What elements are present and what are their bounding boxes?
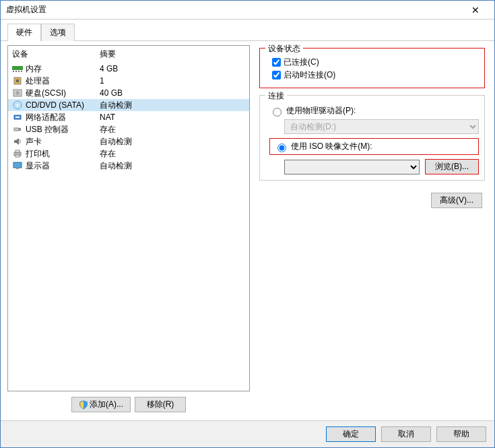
device-summary: 自动检测 xyxy=(100,100,245,111)
printer-icon xyxy=(12,148,23,159)
svg-rect-13 xyxy=(14,128,19,131)
close-icon[interactable]: ✕ xyxy=(462,5,489,15)
usb-icon xyxy=(12,124,23,135)
device-row[interactable]: 硬盘(SCSI)40 GB xyxy=(8,87,249,99)
hardware-right-pane: 设备状态 已连接(C) 启动时连接(O) 连接 使用物理驱动器(P): xyxy=(257,45,488,415)
svg-rect-0 xyxy=(12,66,23,70)
device-row[interactable]: 网络适配器NAT xyxy=(8,111,249,123)
svg-point-8 xyxy=(15,91,20,95)
browse-button[interactable]: 浏览(B)... xyxy=(425,159,479,174)
iso-file-row: 浏览(B)... xyxy=(284,159,479,174)
use-iso-radio[interactable] xyxy=(277,143,286,152)
device-summary: 自动检测 xyxy=(100,160,245,172)
device-name: CD/DVD (SATA) xyxy=(26,100,100,110)
device-name: 网络适配器 xyxy=(26,112,100,123)
svg-rect-4 xyxy=(21,71,22,72)
connected-checkbox-row[interactable]: 已连接(C) xyxy=(272,57,479,68)
advanced-button-label: 高级(V)... xyxy=(440,195,473,205)
header-device: 设备 xyxy=(12,49,100,60)
add-button[interactable]: 添加(A)... xyxy=(71,397,131,412)
device-row[interactable]: USB 控制器存在 xyxy=(8,123,249,135)
left-button-row: 添加(A)... 移除(R) xyxy=(7,391,250,415)
shield-icon xyxy=(79,400,88,410)
connected-checkbox[interactable] xyxy=(272,58,281,67)
cancel-button[interactable]: 取消 xyxy=(381,426,431,442)
tab-options[interactable]: 选项 xyxy=(41,24,75,41)
device-row[interactable]: CD/DVD (SATA)自动检测 xyxy=(8,99,249,111)
connect-on-start-label: 启动时连接(O) xyxy=(284,69,335,81)
memory-icon xyxy=(12,63,23,74)
use-physical-radio-row[interactable]: 使用物理驱动器(P): xyxy=(269,105,479,117)
dialog-button-bar: 确定 取消 帮助 xyxy=(1,420,494,447)
sound-icon xyxy=(12,136,23,147)
cpu-icon xyxy=(12,75,23,86)
device-summary: 自动检测 xyxy=(100,136,245,148)
connect-on-start-checkbox[interactable] xyxy=(272,71,281,79)
browse-button-label: 浏览(B)... xyxy=(435,162,469,171)
use-physical-radio[interactable] xyxy=(273,108,282,117)
ok-button[interactable]: 确定 xyxy=(326,426,376,442)
device-summary: 存在 xyxy=(100,124,245,135)
device-summary: 存在 xyxy=(100,148,245,160)
svg-rect-17 xyxy=(15,150,20,152)
connection-group: 连接 使用物理驱动器(P): 自动检测(D:) 使用 ISO 映像文件(M): xyxy=(259,95,485,181)
svg-rect-1 xyxy=(13,71,14,72)
device-summary: NAT xyxy=(100,113,245,122)
iso-file-combo[interactable] xyxy=(284,160,420,174)
svg-rect-3 xyxy=(18,71,20,72)
device-name: 打印机 xyxy=(26,148,100,160)
add-button-label: 添加(A)... xyxy=(90,399,123,409)
svg-marker-15 xyxy=(14,138,19,145)
connect-on-start-row[interactable]: 启动时连接(O) xyxy=(272,69,479,81)
device-row[interactable]: 处理器1 xyxy=(8,75,249,87)
use-iso-radio-row[interactable]: 使用 ISO 映像文件(M): xyxy=(269,138,479,155)
device-list-header: 设备 摘要 xyxy=(8,46,249,63)
remove-button-label: 移除(R) xyxy=(147,399,174,409)
help-button[interactable]: 帮助 xyxy=(436,426,486,442)
physical-drive-select-wrap: 自动检测(D:) xyxy=(284,119,479,134)
hardware-left-pane: 设备 摘要 内存4 GB处理器1硬盘(SCSI)40 GBCD/DVD (SAT… xyxy=(7,45,250,415)
advanced-button[interactable]: 高级(V)... xyxy=(431,193,482,208)
tab-hardware[interactable]: 硬件 xyxy=(7,24,41,41)
device-summary: 40 GB xyxy=(100,88,245,98)
device-summary: 1 xyxy=(100,76,245,86)
titlebar: 虚拟机设置 ✕ xyxy=(1,1,494,20)
device-state-group: 设备状态 已连接(C) 启动时连接(O) xyxy=(259,48,485,88)
device-name: 硬盘(SCSI) xyxy=(26,88,100,99)
device-list: 设备 摘要 内存4 GB处理器1硬盘(SCSI)40 GBCD/DVD (SAT… xyxy=(7,45,250,391)
device-name: 显示器 xyxy=(26,160,100,172)
remove-button[interactable]: 移除(R) xyxy=(135,397,186,412)
device-name: 内存 xyxy=(26,63,100,75)
use-physical-label: 使用物理驱动器(P): xyxy=(286,105,356,117)
ok-button-label: 确定 xyxy=(343,429,359,439)
device-name: 声卡 xyxy=(26,136,100,148)
header-summary: 摘要 xyxy=(100,49,116,60)
device-name: 处理器 xyxy=(26,75,100,87)
advanced-row: 高级(V)... xyxy=(259,187,485,208)
device-row[interactable]: 声卡自动检测 xyxy=(8,135,249,148)
svg-rect-14 xyxy=(19,128,21,131)
tab-content: 设备 摘要 内存4 GB处理器1硬盘(SCSI)40 GBCD/DVD (SAT… xyxy=(1,40,494,420)
connected-label: 已连接(C) xyxy=(284,57,319,68)
cancel-button-label: 取消 xyxy=(398,429,414,439)
device-row[interactable]: 显示器自动检测 xyxy=(8,160,249,172)
vm-settings-window: 虚拟机设置 ✕ 硬件 选项 设备 摘要 内存4 GB处理器1硬盘(SCSI)40… xyxy=(0,0,495,448)
physical-drive-select[interactable]: 自动检测(D:) xyxy=(284,119,479,134)
use-iso-label: 使用 ISO 映像文件(M): xyxy=(291,141,372,152)
window-title: 虚拟机设置 xyxy=(6,4,462,15)
net-icon xyxy=(12,112,23,123)
device-row[interactable]: 内存4 GB xyxy=(8,63,249,75)
tab-separator xyxy=(75,24,488,41)
device-name: USB 控制器 xyxy=(26,124,100,135)
cd-icon xyxy=(12,100,23,110)
svg-rect-18 xyxy=(15,155,20,157)
svg-point-10 xyxy=(17,104,19,106)
svg-rect-12 xyxy=(15,117,20,118)
svg-rect-2 xyxy=(15,71,17,72)
display-icon xyxy=(12,160,23,171)
svg-rect-20 xyxy=(16,168,19,169)
device-state-legend: 设备状态 xyxy=(265,43,303,55)
connection-legend: 连接 xyxy=(265,90,287,102)
device-row[interactable]: 打印机存在 xyxy=(8,148,249,160)
svg-rect-6 xyxy=(16,79,19,82)
